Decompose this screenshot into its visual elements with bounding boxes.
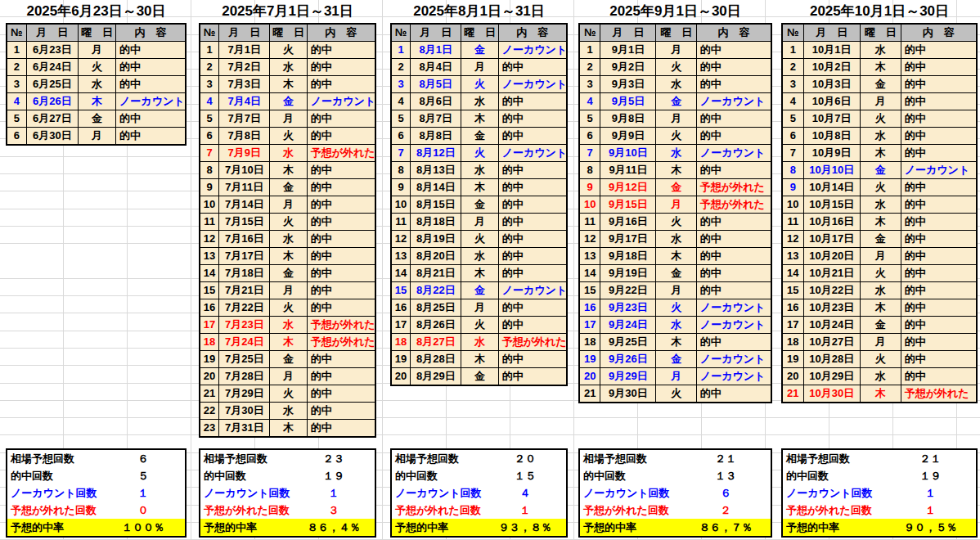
cell-result[interactable]: 的中 bbox=[498, 317, 567, 334]
cell-weekday[interactable]: 木 bbox=[860, 299, 901, 317]
summary-value[interactable]: １ bbox=[293, 484, 375, 502]
summary-label[interactable]: 予想が外れた回数 bbox=[7, 502, 101, 519]
cell-row-number[interactable]: 10 bbox=[579, 196, 600, 214]
cell-weekday[interactable]: 月 bbox=[860, 334, 901, 351]
cell-result[interactable]: 的中 bbox=[307, 351, 375, 368]
cell-weekday[interactable]: 水 bbox=[270, 317, 307, 334]
cell-row-number[interactable]: 13 bbox=[579, 248, 600, 265]
cell-row-number[interactable]: 8 bbox=[200, 162, 219, 179]
cell-weekday[interactable]: 水 bbox=[461, 248, 498, 265]
cell-weekday[interactable]: 木 bbox=[656, 162, 696, 179]
cell-date[interactable]: 10月2日 bbox=[803, 59, 860, 76]
cell-weekday[interactable]: 月 bbox=[270, 368, 307, 385]
cell-row-number[interactable]: 1 bbox=[782, 42, 803, 59]
cell-weekday[interactable]: 水 bbox=[656, 145, 696, 162]
summary-label[interactable]: 的中回数 bbox=[200, 467, 293, 484]
cell-result[interactable]: 的中 bbox=[307, 299, 375, 317]
cell-date[interactable]: 9月3日 bbox=[600, 76, 656, 93]
cell-result[interactable]: 的中 bbox=[901, 334, 977, 351]
cell-row-number[interactable]: 15 bbox=[579, 282, 600, 299]
cell-row-number[interactable]: 5 bbox=[579, 110, 600, 128]
cell-date[interactable]: 10月14日 bbox=[803, 179, 860, 196]
cell-date[interactable]: 7月24日 bbox=[219, 334, 270, 351]
summary-value[interactable]: １００％ bbox=[101, 519, 186, 537]
cell-weekday[interactable]: 月 bbox=[860, 248, 901, 265]
cell-row-number[interactable]: 11 bbox=[579, 214, 600, 231]
cell-result[interactable]: ノーカウント bbox=[498, 76, 567, 93]
summary-value[interactable]: １ bbox=[885, 484, 977, 502]
cell-date[interactable]: 9月25日 bbox=[600, 334, 656, 351]
cell-weekday[interactable]: 木 bbox=[461, 179, 498, 196]
cell-row-number[interactable]: 14 bbox=[579, 265, 600, 282]
summary-label[interactable]: ノーカウント回数 bbox=[7, 484, 101, 502]
cell-result[interactable]: 的中 bbox=[498, 214, 567, 231]
cell-row-number[interactable]: 7 bbox=[200, 145, 219, 162]
col-header-date[interactable]: 月 日 bbox=[219, 24, 270, 42]
cell-weekday[interactable]: 水 bbox=[461, 162, 498, 179]
col-header-weekday[interactable]: 曜 日 bbox=[270, 24, 307, 42]
cell-result[interactable]: 的中 bbox=[116, 128, 186, 146]
summary-label[interactable]: 相場予想回数 bbox=[782, 449, 885, 467]
cell-result[interactable]: 的中 bbox=[307, 403, 375, 420]
cell-date[interactable]: 9月24日 bbox=[600, 317, 656, 334]
cell-date[interactable]: 9月12日 bbox=[600, 179, 656, 196]
cell-row-number[interactable]: 7 bbox=[391, 145, 411, 162]
cell-row-number[interactable]: 8 bbox=[579, 162, 600, 179]
cell-result[interactable]: 的中 bbox=[498, 59, 567, 76]
cell-date[interactable]: 9月10日 bbox=[600, 145, 656, 162]
cell-row-number[interactable]: 15 bbox=[200, 282, 219, 299]
cell-result[interactable]: 的中 bbox=[901, 145, 977, 162]
cell-row-number[interactable]: 1 bbox=[391, 42, 411, 59]
cell-result[interactable]: 予想が外れた bbox=[696, 196, 771, 214]
cell-date[interactable]: 9月1日 bbox=[600, 42, 656, 59]
cell-date[interactable]: 10月21日 bbox=[803, 265, 860, 282]
summary-value[interactable]: ６ bbox=[101, 449, 186, 467]
cell-date[interactable]: 9月8日 bbox=[600, 110, 656, 128]
col-header-no[interactable]: № bbox=[391, 24, 411, 42]
summary-label[interactable]: 相場予想回数 bbox=[391, 449, 484, 467]
cell-weekday[interactable]: 火 bbox=[79, 59, 116, 76]
col-header-no[interactable]: № bbox=[579, 24, 600, 42]
cell-date[interactable]: 7月22日 bbox=[219, 299, 270, 317]
cell-weekday[interactable]: 月 bbox=[656, 42, 696, 59]
cell-row-number[interactable]: 2 bbox=[7, 59, 26, 76]
cell-date[interactable]: 10月20日 bbox=[803, 248, 860, 265]
cell-weekday[interactable]: 月 bbox=[461, 299, 498, 317]
cell-result[interactable]: 予想が外れた bbox=[307, 334, 375, 351]
cell-row-number[interactable]: 4 bbox=[200, 93, 219, 110]
cell-row-number[interactable]: 20 bbox=[391, 368, 411, 386]
cell-row-number[interactable]: 2 bbox=[579, 59, 600, 76]
cell-date[interactable]: 10月15日 bbox=[803, 196, 860, 214]
cell-row-number[interactable]: 19 bbox=[579, 351, 600, 368]
cell-date[interactable]: 10月3日 bbox=[803, 76, 860, 93]
cell-weekday[interactable]: 水 bbox=[461, 93, 498, 110]
cell-date[interactable]: 7月25日 bbox=[219, 351, 270, 368]
cell-date[interactable]: 9月19日 bbox=[600, 265, 656, 282]
col-header-no[interactable]: № bbox=[200, 24, 219, 42]
cell-row-number[interactable]: 6 bbox=[200, 128, 219, 145]
cell-result[interactable]: 的中 bbox=[307, 179, 375, 196]
cell-row-number[interactable]: 7 bbox=[782, 145, 803, 162]
cell-weekday[interactable]: 水 bbox=[656, 317, 696, 334]
cell-date[interactable]: 7月14日 bbox=[219, 196, 270, 214]
cell-row-number[interactable]: 4 bbox=[579, 93, 600, 110]
summary-value[interactable]: ２０ bbox=[484, 449, 567, 467]
cell-weekday[interactable]: 月 bbox=[79, 42, 116, 59]
cell-weekday[interactable]: 木 bbox=[270, 420, 307, 438]
cell-result[interactable]: 的中 bbox=[307, 162, 375, 179]
summary-value[interactable]: ９３，８％ bbox=[484, 519, 567, 537]
summary-label[interactable]: 予想的中率 bbox=[7, 519, 101, 537]
cell-date[interactable]: 8月25日 bbox=[411, 299, 461, 317]
cell-row-number[interactable]: 2 bbox=[782, 59, 803, 76]
cell-row-number[interactable]: 10 bbox=[782, 196, 803, 214]
cell-date[interactable]: 6月27日 bbox=[26, 110, 79, 128]
cell-result[interactable]: 的中 bbox=[307, 282, 375, 299]
cell-date[interactable]: 7月1日 bbox=[219, 42, 270, 59]
cell-result[interactable]: 的中 bbox=[901, 299, 977, 317]
summary-label[interactable]: 相場予想回数 bbox=[7, 449, 101, 467]
cell-result[interactable]: 的中 bbox=[307, 265, 375, 282]
cell-result[interactable]: 的中 bbox=[901, 110, 977, 128]
cell-weekday[interactable]: 木 bbox=[270, 76, 307, 93]
cell-result[interactable]: 的中 bbox=[696, 59, 771, 76]
cell-result[interactable]: ノーカウント bbox=[696, 351, 771, 368]
